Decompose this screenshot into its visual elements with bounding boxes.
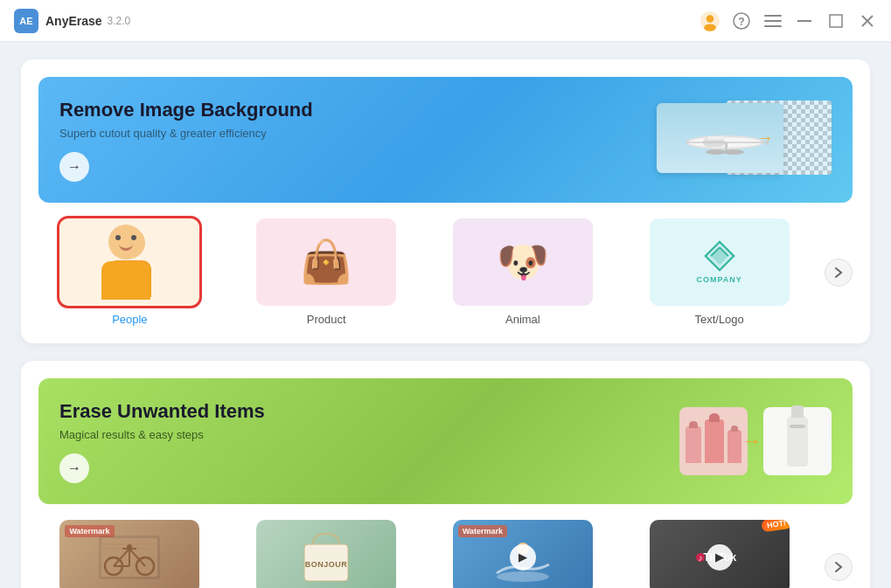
svg-text:♪: ♪ <box>698 553 702 563</box>
maximize-icon[interactable] <box>826 11 846 31</box>
menu-icon[interactable] <box>763 11 783 31</box>
categories-row: People 👜 Product 🐶 Animal <box>38 218 853 326</box>
people-thumb <box>59 218 199 306</box>
company-text: COMPANY <box>696 275 741 284</box>
tiktok-play-button[interactable]: ▶ <box>707 544 733 571</box>
main-content: Remove Image Background Superb cutout qu… <box>0 42 891 588</box>
window-controls: ? <box>700 11 877 31</box>
tiktok-thumb: HOT! TikTok ♪ ▶ <box>650 520 790 588</box>
product-label: Product <box>307 313 346 326</box>
svg-rect-7 <box>764 25 782 27</box>
erase-items-card: Erase Unwanted Items Magical results & e… <box>21 361 870 588</box>
minimize-icon[interactable] <box>795 11 814 31</box>
category-textlogo[interactable]: COMPANY Text/Logo <box>628 218 811 326</box>
app-name: AnyErase <box>45 14 102 28</box>
people-label: People <box>112 313 147 326</box>
video-thumb: Watermark ▶ <box>453 520 593 588</box>
banner-text: Remove Image Background Superb cutout qu… <box>59 99 313 182</box>
product-thumb: 👜 <box>256 218 396 306</box>
svg-rect-9 <box>830 15 842 27</box>
erase-item-video[interactable]: Watermark ▶ Video Watermark <box>432 520 615 588</box>
banner-image: → <box>657 96 832 183</box>
svg-rect-8 <box>797 20 811 22</box>
banner-arrow-button[interactable]: → <box>59 152 89 182</box>
category-animal[interactable]: 🐶 Animal <box>432 218 615 326</box>
svg-rect-5 <box>764 15 782 17</box>
erase-item-tiktok[interactable]: HOT! TikTok ♪ ▶ TikTok Logo <box>628 520 811 588</box>
video-watermark-badge: Watermark <box>458 525 507 537</box>
erase-item-text[interactable]: BONJOUR Text <box>235 520 418 588</box>
banner-title: Remove Image Background <box>59 99 313 121</box>
erase-arrow-button[interactable]: → <box>59 453 89 483</box>
svg-marker-23 <box>705 242 733 270</box>
erase-chevron-button[interactable] <box>825 553 853 581</box>
erase-banner-text: Erase Unwanted Items Magical results & e… <box>59 400 265 483</box>
animal-icon: 🐶 <box>497 238 549 287</box>
app-version: 3.2.0 <box>108 15 131 27</box>
svg-rect-6 <box>764 20 782 22</box>
svg-rect-16 <box>707 136 725 140</box>
text-thumb: BONJOUR <box>256 520 396 588</box>
hot-badge: HOT! <box>761 520 790 532</box>
textlogo-label: Text/Logo <box>694 313 743 326</box>
erase-banner-subtitle: Magical results & easy steps <box>59 428 265 441</box>
svg-point-1 <box>707 15 713 22</box>
watermark-thumb: Watermark <box>59 520 199 588</box>
svg-text:?: ? <box>738 16 744 28</box>
erase-banner-image: → <box>657 398 832 485</box>
svg-point-40 <box>497 571 549 582</box>
svg-point-20 <box>723 149 744 155</box>
erase-banner: Erase Unwanted Items Magical results & e… <box>38 378 853 504</box>
help-icon[interactable]: ? <box>732 11 751 31</box>
category-product[interactable]: 👜 Product <box>235 218 418 326</box>
categories-chevron-button[interactable] <box>825 259 853 287</box>
company-logo: COMPANY <box>696 240 741 284</box>
svg-text:BONJOUR: BONJOUR <box>305 560 348 569</box>
svg-rect-18 <box>725 142 727 151</box>
animal-thumb: 🐶 <box>453 218 593 306</box>
company-diamond-icon <box>704 240 735 272</box>
erase-banner-title: Erase Unwanted Items <box>59 400 265 423</box>
video-play-button[interactable]: ▶ <box>510 544 536 571</box>
app-logo: AE <box>14 9 38 33</box>
close-icon[interactable] <box>858 11 877 31</box>
remove-bg-banner: Remove Image Background Superb cutout qu… <box>38 77 853 203</box>
erase-item-watermark[interactable]: Watermark <box>38 520 221 588</box>
category-people[interactable]: People <box>38 218 221 326</box>
remove-bg-card: Remove Image Background Superb cutout qu… <box>21 59 870 343</box>
svg-point-37 <box>127 544 132 550</box>
erase-items-row: Watermark <box>38 520 853 588</box>
user-icon[interactable] <box>700 11 720 31</box>
banner-subtitle: Superb cutout quality & greater efficien… <box>59 127 313 140</box>
textlogo-thumb: COMPANY <box>650 218 790 306</box>
titlebar: AE AnyErase 3.2.0 ? <box>0 0 891 42</box>
animal-label: Animal <box>505 313 540 326</box>
svg-point-2 <box>704 24 716 31</box>
product-icon: 👜 <box>300 238 352 287</box>
